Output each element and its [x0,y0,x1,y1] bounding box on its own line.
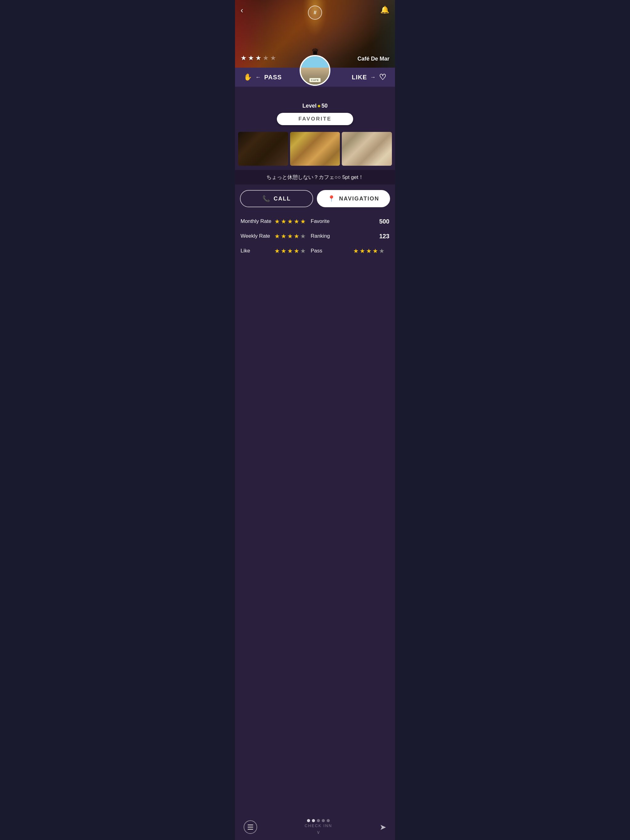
weekly-rate-row: Weekly Rate ★ ★ ★ ★ ★ Ranking 123 [241,229,389,243]
send-button[interactable]: ➤ [380,823,386,832]
weekly-rate-label: Weekly Rate [241,233,274,239]
call-button[interactable]: 📞 CALL [240,190,313,207]
promo-banner: ちょっと休憩しない？カフェ○○ 5pt get！ [235,170,395,185]
menu-line-1 [248,825,253,825]
app-container: ‹ ll 🔔 ★ ★ ★ ★ ★ Café De Mar ✋ ← PASS ♛ [235,0,395,840]
main-content: Level 50 FAVORITE ちょっと休憩しない？カフェ○○ 5pt ge… [235,87,395,816]
monthly-rate-label: Monthly Rate [241,218,274,224]
pass-label: PASS [264,74,282,81]
dot-4 [322,819,325,822]
profile-avatar-section: ♛ CAFE [300,47,330,86]
hero-rating: ★ ★ ★ ★ ★ [241,54,276,62]
cafe-sign: CAFE [309,78,321,82]
level-display: Level 50 [235,103,395,109]
level-text: Level [302,103,317,109]
action-bar: ✋ ← PASS ♛ CAFE LIKE → ♡ [235,68,395,87]
star-3: ★ [255,54,261,62]
pass-label-stat: Pass [311,248,353,254]
hero-logo: ll [308,6,322,20]
favorite-button[interactable]: FAVORITE [277,113,353,125]
dot-5 [327,819,330,822]
phone-icon: 📞 [263,195,271,202]
monthly-favorite-label: Favorite [311,218,371,224]
photo-3[interactable] [342,132,392,166]
star-2: ★ [248,54,254,62]
bottom-center: CHECK INN ∨ [304,819,332,835]
page-dots [307,819,330,822]
dot-2 [312,819,315,822]
dot-3 [317,819,320,822]
star-5: ★ [270,54,276,62]
monthly-rate-stars: ★ ★ ★ ★ ★ [274,218,306,225]
location-icon: 📍 [328,195,336,202]
venue-name: Café De Mar [358,56,389,62]
navigation-button[interactable]: 📍 NAVIGATION [317,190,390,207]
star-4: ★ [263,54,269,62]
star-1: ★ [241,54,247,62]
heart-icon: ♡ [379,73,386,82]
photo-gallery [235,132,395,166]
stats-section: Monthly Rate ★ ★ ★ ★ ★ Favorite 500 Week… [235,214,395,258]
favorite-button-wrap: FAVORITE [235,113,395,125]
check-inn-label[interactable]: CHECK INN [304,823,332,828]
profile-avatar[interactable]: CAFE [300,55,330,86]
level-number: 50 [321,103,328,109]
pass-button[interactable]: ✋ ← PASS [244,73,282,81]
bell-button[interactable]: 🔔 [380,6,389,14]
promo-text: ちょっと休憩しない？カフェ○○ 5pt get！ [266,174,363,180]
hand-icon: ✋ [244,73,252,81]
weekly-ranking-label: Ranking [311,233,371,239]
like-button[interactable]: LIKE → ♡ [351,73,386,82]
like-pass-row: Like ★ ★ ★ ★ ★ Pass ★ ★ ★ ★ ★ [241,243,389,258]
menu-button[interactable] [244,820,257,834]
check-inn-arrow-icon: ∨ [317,829,320,835]
level-dot-icon [318,105,320,107]
pass-arrow-icon: ← [255,74,261,81]
call-label: CALL [274,196,291,202]
menu-line-3 [248,829,253,829]
photo-1[interactable] [238,132,288,166]
action-buttons: 📞 CALL 📍 NAVIGATION [235,190,395,207]
back-button[interactable]: ‹ [241,6,243,15]
weekly-rate-stars: ★ ★ ★ ★ ★ [274,232,306,240]
pass-stars: ★ ★ ★ ★ ★ [353,247,385,254]
dot-1 [307,819,310,822]
like-stars: ★ ★ ★ ★ ★ [274,247,306,254]
like-arrow-icon: → [370,74,376,81]
monthly-favorite-value: 500 [371,218,389,225]
like-label: LIKE [351,74,367,81]
photo-2[interactable] [290,132,340,166]
weekly-ranking-value: 123 [371,233,389,240]
monthly-rate-row: Monthly Rate ★ ★ ★ ★ ★ Favorite 500 [241,214,389,229]
navigation-label: NAVIGATION [339,196,379,202]
like-label-stat: Like [241,248,274,254]
menu-line-2 [248,827,253,827]
bottom-nav: CHECK INN ∨ ➤ [235,816,395,840]
